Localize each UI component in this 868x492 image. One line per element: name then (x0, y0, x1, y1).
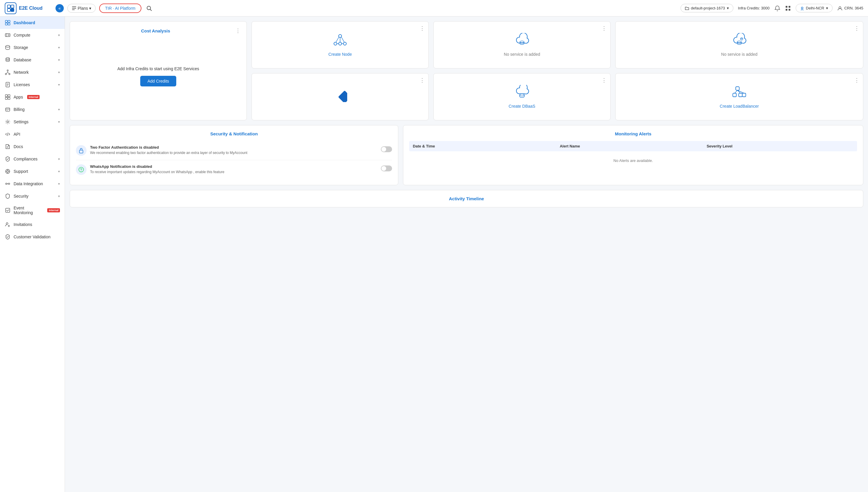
chevron-down-icon: ▾ (58, 108, 60, 112)
sidebar-item-customer-validation[interactable]: Customer Validation (0, 231, 65, 243)
create-node-label[interactable]: Create Node (328, 52, 352, 57)
card-menu-button[interactable]: ⋮ (854, 77, 860, 83)
sidebar-item-billing[interactable]: Billing ▾ (0, 103, 65, 116)
chevron-down-icon: ▾ (58, 71, 60, 74)
whatsapp-description: To receive important updates regarding M… (90, 170, 377, 175)
main-content: ⋮ Create Node ⋮ (65, 17, 868, 492)
svg-rect-25 (5, 73, 6, 75)
sidebar-item-data-integration[interactable]: Data Integration ▾ (0, 177, 65, 190)
sidebar-item-dashboard[interactable]: Dashboard (0, 17, 65, 29)
card-menu-button[interactable]: ⋮ (420, 77, 425, 83)
svg-rect-3 (11, 8, 14, 11)
sidebar-item-event-monitoring[interactable]: Event Monitoring Internal (0, 202, 65, 218)
plans-chevron: ▾ (89, 6, 91, 10)
svg-rect-24 (7, 70, 8, 71)
whatsapp-item: WhatsApp Notification is disabled To rec… (76, 160, 392, 179)
sidebar-item-api[interactable]: API (0, 128, 65, 141)
plans-label: Plans (78, 6, 88, 10)
add-credits-button[interactable]: Add Credits (140, 76, 176, 87)
sidebar-label-dashboard: Dashboard (14, 20, 35, 25)
cloud-db-2-icon (732, 33, 747, 48)
svg-point-45 (7, 171, 8, 172)
search-icon (146, 5, 152, 11)
create-loadbalancer-label[interactable]: Create LoadBalancer (720, 104, 759, 108)
svg-point-60 (338, 42, 342, 45)
chevron-down-icon: ▾ (58, 182, 60, 186)
svg-rect-38 (6, 108, 10, 111)
whatsapp-icon (76, 164, 87, 175)
region-chevron: ▾ (826, 6, 828, 10)
collapse-button[interactable]: « (55, 4, 64, 13)
sidebar-label-database: Database (14, 57, 31, 62)
svg-rect-1 (11, 5, 14, 8)
sidebar-label-security: Security (14, 194, 29, 198)
crn-label: CRN. 3645 (844, 6, 863, 10)
credits-text: Infra Credits: 3000 (738, 6, 770, 10)
svg-rect-18 (8, 23, 10, 25)
sidebar-label-compute: Compute (14, 33, 30, 38)
project-selector[interactable]: default-project-1673 ▾ (681, 4, 733, 13)
sidebar-label-support: Support (14, 169, 28, 174)
sidebar-item-support[interactable]: Support ▾ (0, 165, 65, 177)
sidebar-label-invitations: Invitations (14, 222, 32, 227)
card-menu-button[interactable]: ⋮ (420, 25, 425, 31)
card-menu-button[interactable]: ⋮ (854, 25, 860, 31)
diamond-icon (333, 88, 347, 102)
monitoring-title: Monitoring Alerts (409, 131, 857, 136)
svg-rect-72 (733, 93, 736, 97)
project-chevron: ▾ (727, 6, 729, 10)
monitoring-col-datetime: Date & Time (413, 144, 560, 148)
region-selector[interactable]: Delhi-NCR ▾ (796, 4, 832, 13)
svg-line-63 (341, 37, 344, 42)
bell-icon (774, 5, 780, 11)
sidebar-item-security[interactable]: Security ▾ (0, 190, 65, 202)
sidebar-label-data-integration: Data Integration (14, 181, 43, 186)
whatsapp-toggle[interactable] (381, 166, 392, 171)
cloud-database-icon (514, 85, 530, 100)
sidebar-item-apps[interactable]: Apps Internal (0, 91, 65, 103)
apps-grid-button[interactable] (785, 5, 791, 11)
cost-analysis-menu[interactable]: ⋮ (235, 27, 241, 34)
card-menu-button[interactable]: ⋮ (602, 77, 607, 83)
sidebar-label-storage: Storage (14, 45, 28, 50)
create-dbaas-label[interactable]: Create DBaaS (509, 104, 535, 108)
sidebar-item-docs[interactable]: Docs (0, 141, 65, 153)
sidebar-label-docs: Docs (14, 144, 23, 149)
sidebar-label-licenses: Licenses (14, 82, 30, 87)
2fa-toggle[interactable] (381, 146, 392, 152)
security-icon (5, 193, 10, 199)
sidebar-item-compliances[interactable]: Compliances ▾ (0, 153, 65, 165)
sidebar-item-compute[interactable]: Compute ▾ (0, 29, 65, 41)
sidebar-label-network: Network (14, 70, 29, 75)
search-button[interactable] (145, 4, 153, 13)
2fa-title: Two Factor Authentication is disabled (90, 145, 377, 150)
compute-icon (5, 32, 10, 38)
tir-label: TIR · AI Platform (105, 6, 136, 10)
sidebar-item-licenses[interactable]: Licenses ▾ (0, 78, 65, 91)
svg-rect-69 (338, 91, 347, 102)
svg-rect-34 (5, 95, 7, 97)
cost-analysis-description: Add Infra Credits to start using E2E Ser… (117, 66, 199, 71)
card-menu-button[interactable]: ⋮ (602, 25, 607, 31)
svg-line-77 (737, 90, 744, 93)
sidebar-item-network[interactable]: Network ▾ (0, 66, 65, 78)
no-service-card-1: ⋮ No service is added (433, 21, 611, 69)
notifications-button[interactable] (774, 5, 780, 11)
svg-rect-16 (8, 20, 10, 22)
monitoring-alerts-card: Monitoring Alerts Date & Time Alert Name… (403, 125, 863, 185)
sidebar-item-database[interactable]: Database ▾ (0, 54, 65, 66)
sidebar-item-invitations[interactable]: Invitations (0, 218, 65, 231)
monitoring-col-alert: Alert Name (560, 144, 707, 148)
account-icon (837, 6, 843, 11)
diamond-card: ⋮ (252, 73, 429, 120)
plans-button[interactable]: Plans ▾ (67, 4, 96, 13)
svg-point-54 (6, 223, 8, 224)
crn-button[interactable]: CRN. 3645 (837, 6, 863, 11)
svg-rect-71 (736, 87, 739, 90)
tir-button[interactable]: TIR · AI Platform (99, 3, 141, 13)
sidebar-item-storage[interactable]: Storage ▾ (0, 41, 65, 54)
svg-rect-53 (6, 208, 10, 212)
sidebar-item-settings[interactable]: Settings ▾ (0, 116, 65, 128)
logo-text: E2E Cloud (19, 6, 43, 11)
svg-rect-17 (5, 23, 7, 25)
